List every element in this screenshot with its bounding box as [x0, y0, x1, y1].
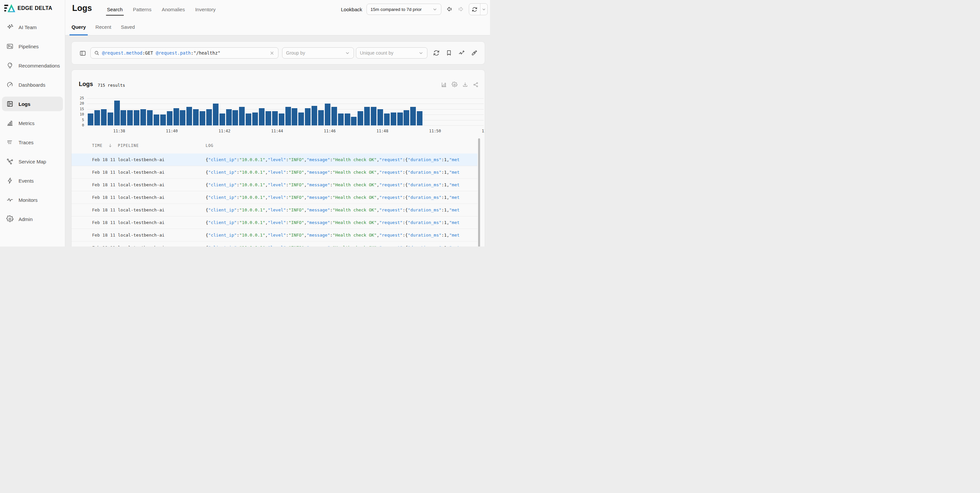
- histogram-bar[interactable]: [226, 109, 232, 125]
- log-table-row[interactable]: Feb 18 11local-testbench-ai{"client_ip":…: [72, 216, 477, 229]
- sidebar-item-ai-team[interactable]: AI Team: [2, 20, 63, 35]
- histogram-bar[interactable]: [88, 114, 93, 125]
- histogram-bar[interactable]: [186, 107, 192, 125]
- log-table-row[interactable]: Feb 18 11local-testbench-ai{"client_ip":…: [72, 191, 477, 204]
- sidebar-item-recommendations[interactable]: Recommendations: [2, 58, 63, 73]
- histogram-bar[interactable]: [252, 113, 258, 125]
- unique-count-by-select[interactable]: Unique count by: [356, 47, 428, 59]
- histogram-bar[interactable]: [206, 109, 212, 125]
- histogram-bar[interactable]: [331, 107, 337, 125]
- histogram-bar[interactable]: [364, 107, 370, 125]
- histogram-bar[interactable]: [292, 108, 298, 125]
- query-bookmark-button[interactable]: [445, 50, 452, 56]
- column-header-log[interactable]: LOG: [205, 143, 213, 148]
- log-table-row[interactable]: Feb 18 11local-testbench-ai{"client_ip":…: [72, 166, 477, 179]
- histogram-bar[interactable]: [410, 107, 416, 125]
- logo[interactable]: EDGEDELTA: [4, 4, 52, 13]
- query-tab-saved[interactable]: Saved: [121, 19, 135, 35]
- histogram-bar[interactable]: [127, 110, 133, 125]
- histogram-bar[interactable]: [246, 114, 251, 125]
- histogram-bar[interactable]: [325, 103, 331, 125]
- histogram-bar[interactable]: [239, 107, 245, 125]
- histogram-bar[interactable]: [121, 110, 126, 125]
- histogram-bar[interactable]: [345, 114, 350, 125]
- histogram-bar[interactable]: [272, 111, 278, 125]
- histogram-bar[interactable]: [377, 109, 383, 125]
- histogram-bar[interactable]: [404, 110, 409, 125]
- histogram-bar[interactable]: [338, 114, 344, 125]
- query-tab-recent[interactable]: Recent: [95, 19, 111, 35]
- histogram-bar[interactable]: [259, 108, 264, 125]
- sidebar-item-logs[interactable]: Logs: [2, 97, 63, 111]
- histogram-bar[interactable]: [232, 110, 238, 125]
- histogram-bar[interactable]: [298, 113, 304, 125]
- sidepanel-toggle-button[interactable]: [79, 50, 86, 57]
- query-monitor-add-button[interactable]: [458, 50, 465, 56]
- histogram-bar[interactable]: [147, 110, 153, 125]
- sidebar-item-monitors[interactable]: Monitors: [2, 193, 63, 207]
- histogram-bar[interactable]: [371, 107, 376, 125]
- histogram-bar[interactable]: [108, 113, 113, 125]
- histogram-bar[interactable]: [134, 110, 139, 125]
- query-dashboard-add-button[interactable]: [471, 50, 477, 56]
- clear-search-button[interactable]: [269, 51, 274, 55]
- panel-share-button[interactable]: [473, 82, 479, 88]
- histogram-bar[interactable]: [200, 111, 205, 125]
- group-by-select[interactable]: Group by: [282, 47, 354, 59]
- histogram-bar[interactable]: [318, 110, 324, 125]
- refresh-options-button[interactable]: [480, 4, 487, 15]
- histogram-bar[interactable]: [167, 111, 172, 125]
- sort-desc-icon[interactable]: [108, 143, 113, 148]
- histogram-bar[interactable]: [114, 101, 120, 125]
- histogram-bar[interactable]: [351, 117, 356, 125]
- tab-patterns[interactable]: Patterns: [133, 0, 152, 19]
- log-table-row[interactable]: Feb 18 11local-testbench-ai{"client_ip":…: [72, 179, 477, 191]
- log-table-row[interactable]: Feb 18 11local-testbench-ai{"client_ip":…: [72, 229, 477, 241]
- histogram-bar[interactable]: [358, 111, 363, 125]
- panel-gear-button[interactable]: [452, 82, 458, 88]
- histogram-bar[interactable]: [160, 114, 166, 125]
- panel-download-button[interactable]: [462, 82, 468, 88]
- query-refresh-button[interactable]: [433, 50, 440, 56]
- sidebar-item-metrics[interactable]: Metrics: [2, 116, 63, 130]
- histogram-bar[interactable]: [154, 114, 159, 125]
- tab-inventory[interactable]: Inventory: [195, 0, 216, 19]
- log-table-row[interactable]: Feb 18 11local-testbench-ai{"client_ip":…: [72, 241, 477, 246]
- histogram-bar[interactable]: [193, 109, 199, 125]
- histogram-bar[interactable]: [140, 109, 146, 125]
- panel-bar-chart-button[interactable]: [441, 82, 447, 88]
- sidebar-item-admin[interactable]: Admin: [2, 212, 63, 226]
- histogram-bar[interactable]: [173, 108, 179, 125]
- log-table-row[interactable]: Feb 18 11local-testbench-ai{"client_ip":…: [72, 204, 477, 216]
- histogram-bar[interactable]: [266, 111, 271, 125]
- history-forward-button[interactable]: [457, 6, 465, 13]
- histogram-bar[interactable]: [312, 106, 317, 125]
- histogram-bar[interactable]: [384, 114, 390, 125]
- histogram-bar[interactable]: [279, 114, 285, 125]
- sidebar-item-service-map[interactable]: Service Map: [2, 154, 63, 169]
- histogram-bar[interactable]: [305, 108, 310, 125]
- histogram-bar[interactable]: [417, 111, 422, 125]
- column-header-pipeline[interactable]: PIPELINE: [118, 143, 139, 148]
- column-header-time[interactable]: TIME: [92, 143, 103, 148]
- histogram-bar[interactable]: [94, 110, 100, 125]
- history-back-button[interactable]: [445, 6, 453, 13]
- refresh-button[interactable]: [469, 4, 480, 15]
- histogram-bar[interactable]: [101, 109, 107, 125]
- histogram-bar[interactable]: [397, 113, 403, 125]
- query-tab-query[interactable]: Query: [72, 19, 86, 35]
- lookback-select[interactable]: 15m compared to 7d prior: [366, 4, 441, 15]
- histogram-bar[interactable]: [220, 114, 225, 125]
- sidebar-item-events[interactable]: Events: [2, 173, 63, 188]
- sidebar-item-pipelines[interactable]: Pipelines: [2, 39, 63, 54]
- histogram-bar[interactable]: [285, 107, 291, 125]
- vertical-scrollbar-thumb[interactable]: [478, 138, 480, 246]
- log-table-row[interactable]: Feb 18 11local-testbench-ai{"client_ip":…: [72, 154, 477, 166]
- search-input[interactable]: @request.method:GET @request.path:"/heal…: [91, 47, 278, 59]
- tab-search[interactable]: Search: [107, 0, 123, 19]
- histogram-bar[interactable]: [180, 110, 185, 125]
- histogram-bar[interactable]: [213, 103, 218, 125]
- sidebar-item-traces[interactable]: Traces: [2, 135, 63, 149]
- sidebar-item-dashboards[interactable]: Dashboards: [2, 78, 63, 92]
- tab-anomalies[interactable]: Anomalies: [162, 0, 185, 19]
